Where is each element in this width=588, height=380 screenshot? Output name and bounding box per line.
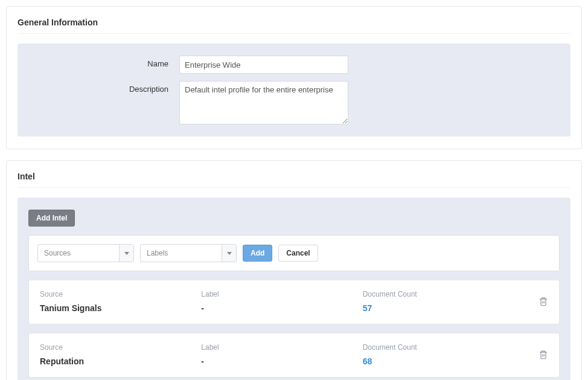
- name-label: Name: [28, 56, 179, 68]
- source-header: Source: [40, 343, 201, 352]
- source-header: Source: [40, 290, 201, 298]
- cancel-button[interactable]: Cancel: [278, 245, 318, 262]
- doc-count-header: Document Count: [363, 343, 524, 352]
- add-button[interactable]: Add: [243, 245, 272, 262]
- description-label: Description: [28, 81, 179, 94]
- labels-caret-box: [222, 245, 236, 262]
- intel-panel: Intel Add Intel Sources Labels Add Cance…: [6, 160, 582, 380]
- intel-row: Source Label Document Count Tanium Signa…: [28, 280, 560, 324]
- chevron-down-icon: [124, 252, 129, 255]
- trash-icon: [538, 297, 548, 306]
- doc-count-header: Document Count: [363, 290, 524, 298]
- sources-dropdown-label: Sources: [44, 249, 71, 257]
- sources-caret-box: [119, 245, 133, 262]
- intel-row: Source Label Document Count Reputation -…: [28, 333, 560, 378]
- source-value: Tanium Signals: [40, 303, 201, 313]
- name-row: Name: [28, 56, 560, 74]
- labels-dropdown-label: Labels: [147, 249, 168, 257]
- general-form-block: Name Description: [18, 43, 570, 137]
- source-value: Reputation: [40, 356, 201, 366]
- sources-dropdown[interactable]: Sources: [37, 244, 134, 262]
- label-value: -: [201, 303, 362, 313]
- delete-row-button[interactable]: [538, 350, 548, 359]
- general-section-title: General Information: [18, 18, 570, 34]
- description-textarea[interactable]: [179, 81, 348, 124]
- label-value: -: [201, 356, 362, 366]
- general-information-panel: General Information Name Description: [6, 6, 582, 149]
- labels-dropdown[interactable]: Labels: [140, 244, 237, 262]
- doc-count-value[interactable]: 57: [363, 303, 524, 313]
- intel-block: Add Intel Sources Labels Add Cancel Sour…: [18, 198, 570, 380]
- name-input[interactable]: [179, 56, 348, 74]
- trash-icon: [538, 350, 548, 359]
- filter-bar: Sources Labels Add Cancel: [28, 235, 560, 271]
- description-row: Description: [28, 81, 560, 124]
- chevron-down-icon: [227, 252, 232, 255]
- doc-count-value[interactable]: 68: [363, 356, 524, 366]
- delete-row-button[interactable]: [538, 297, 548, 306]
- label-header: Label: [201, 290, 362, 298]
- intel-section-title: Intel: [18, 172, 570, 188]
- add-intel-button[interactable]: Add Intel: [28, 210, 75, 227]
- label-header: Label: [201, 343, 362, 352]
